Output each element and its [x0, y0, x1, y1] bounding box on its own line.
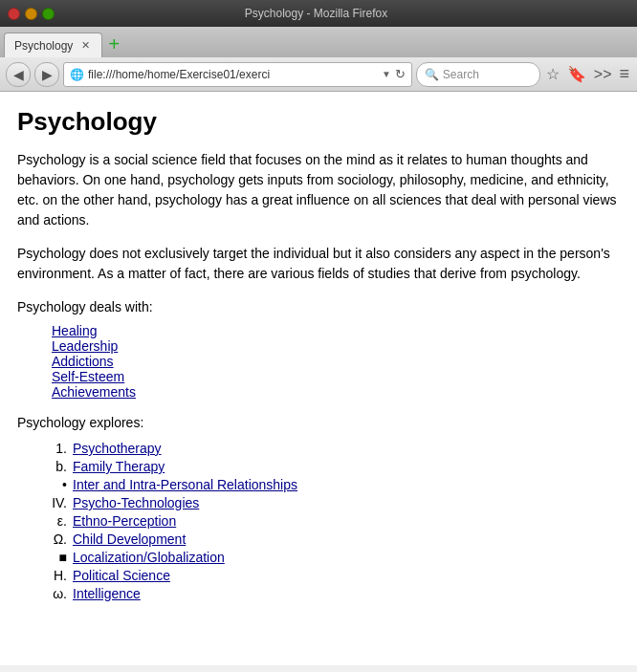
address-bar[interactable]: 🌐 file:///home/home/Exercise01/exerci ▼ …: [63, 62, 412, 87]
list-item: IV. Psycho-Technologies: [40, 495, 620, 510]
explores-list: 1. Psychotherapy b. Family Therapy • Int…: [40, 441, 620, 601]
list-item: Leadership: [52, 338, 620, 354]
psycho-tech-link[interactable]: Psycho-Technologies: [73, 495, 199, 510]
healing-link[interactable]: Healing: [52, 323, 97, 338]
family-therapy-link[interactable]: Family Therapy: [73, 459, 165, 474]
search-placeholder: Search: [443, 68, 479, 81]
address-text: file:///home/home/Exercise01/exerci: [88, 68, 378, 81]
explores-intro: Psychology explores:: [17, 413, 620, 433]
forward-button[interactable]: ▶: [34, 62, 59, 87]
bookmark-button[interactable]: 🔖: [565, 63, 588, 85]
inter-intra-link[interactable]: Inter and Intra-Personal Relationships: [73, 477, 297, 492]
self-esteem-link[interactable]: Self-Esteem: [52, 369, 124, 384]
active-tab[interactable]: Psychology ✕: [4, 33, 102, 57]
ethno-link[interactable]: Ethno-Perception: [73, 513, 176, 529]
list-item: ■ Localization/Globalization: [40, 550, 620, 565]
window-titlebar: Psychology - Mozilla Firefox: [0, 0, 637, 27]
list-item: 1. Psychotherapy: [40, 441, 620, 456]
more-button[interactable]: >>: [592, 64, 614, 85]
list-marker: IV.: [40, 495, 67, 510]
list-item: Ω. Child Development: [40, 531, 620, 547]
list-item: • Inter and Intra-Personal Relationships: [40, 477, 620, 492]
child-dev-link[interactable]: Child Development: [73, 531, 186, 547]
list-item: Achievements: [52, 384, 620, 400]
list-item: b. Family Therapy: [40, 459, 620, 474]
close-button[interactable]: [8, 8, 20, 20]
localization-link[interactable]: Localization/Globalization: [73, 550, 225, 565]
intelligence-link[interactable]: Intelligence: [73, 586, 141, 601]
leadership-link[interactable]: Leadership: [52, 338, 118, 354]
site-icon: 🌐: [70, 68, 84, 81]
list-marker: H.: [40, 568, 67, 583]
nav-bar: ◀ ▶ 🌐 file:///home/home/Exercise01/exerc…: [0, 57, 637, 92]
tab-label: Psychology: [14, 39, 73, 53]
page-title: Psychology: [17, 107, 620, 137]
search-icon: 🔍: [425, 68, 439, 81]
list-marker: ε.: [40, 513, 67, 529]
addictions-link[interactable]: Addictions: [52, 354, 114, 369]
list-item: Self-Esteem: [52, 369, 620, 384]
list-item: Addictions: [52, 354, 620, 369]
star-button[interactable]: ☆: [544, 63, 561, 85]
political-link[interactable]: Political Science: [73, 568, 170, 583]
list-marker: Ω.: [40, 531, 67, 547]
address-dropdown-icon[interactable]: ▼: [382, 69, 391, 79]
list-item: ω. Intelligence: [40, 586, 620, 601]
deals-intro: Psychology deals with:: [17, 297, 620, 317]
list-item: H. Political Science: [40, 568, 620, 583]
menu-button[interactable]: ≡: [617, 62, 631, 86]
list-marker: ω.: [40, 586, 67, 601]
paragraph-2: Psychology does not exclusively target t…: [17, 244, 620, 284]
page-content: Psychology Psychology is a social scienc…: [0, 92, 637, 665]
list-item: Healing: [52, 323, 620, 338]
tab-bar: Psychology ✕ +: [0, 27, 637, 57]
tab-close-button[interactable]: ✕: [78, 39, 92, 53]
deals-list: Healing Leadership Addictions Self-Estee…: [52, 323, 620, 400]
refresh-button[interactable]: ↻: [395, 67, 406, 81]
window-title: Psychology - Mozilla Firefox: [60, 7, 572, 20]
paragraph-1: Psychology is a social science field tha…: [17, 150, 620, 230]
list-marker: b.: [40, 459, 67, 474]
achievements-link[interactable]: Achievements: [52, 384, 136, 400]
search-box[interactable]: 🔍 Search: [416, 62, 540, 87]
minimize-button[interactable]: [25, 8, 37, 20]
list-item: ε. Ethno-Perception: [40, 513, 620, 529]
list-marker: ■: [40, 550, 67, 565]
back-button[interactable]: ◀: [6, 62, 31, 87]
nav-icons: ☆ 🔖 >> ≡: [544, 62, 631, 86]
list-marker: 1.: [40, 441, 67, 456]
window-controls: [8, 8, 55, 20]
psychotherapy-link[interactable]: Psychotherapy: [73, 441, 162, 456]
list-marker: •: [40, 477, 67, 492]
maximize-button[interactable]: [42, 8, 55, 20]
new-tab-button[interactable]: +: [102, 34, 125, 54]
